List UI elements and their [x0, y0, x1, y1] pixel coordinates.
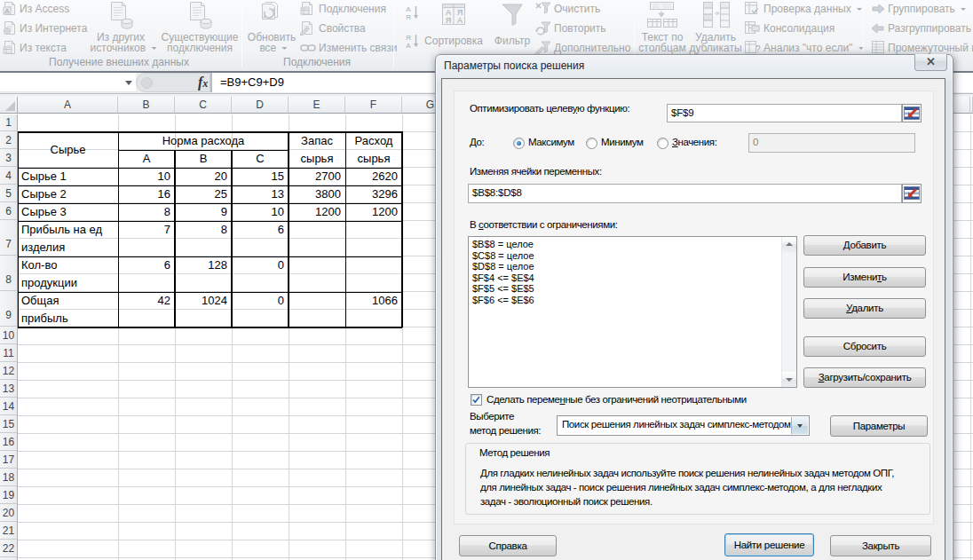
- svg-text:Я: Я: [446, 16, 452, 25]
- svg-text:А: А: [406, 42, 411, 50]
- svg-text:А: А: [406, 5, 411, 13]
- svg-text:?: ?: [755, 44, 761, 54]
- svg-text:A: A: [4, 7, 10, 15]
- svg-text:Я: Я: [406, 34, 411, 42]
- svg-text:А: А: [457, 16, 463, 25]
- svg-text:Я: Я: [406, 13, 411, 21]
